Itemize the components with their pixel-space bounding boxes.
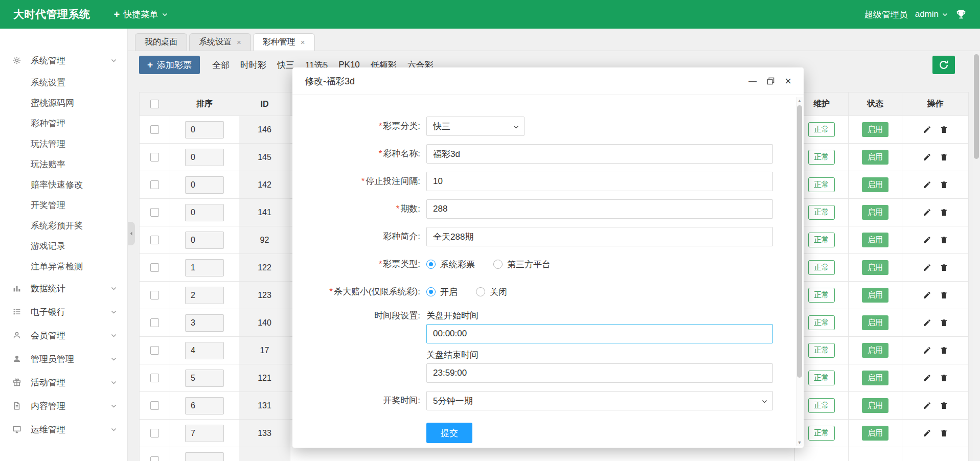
maintain-badge[interactable]: 正常	[808, 288, 835, 303]
edit-icon[interactable]	[923, 180, 931, 189]
status-badge[interactable]: 启用	[862, 150, 888, 165]
sort-input[interactable]	[185, 314, 224, 332]
edit-icon[interactable]	[923, 263, 931, 272]
edit-icon[interactable]	[923, 429, 931, 437]
status-badge[interactable]: 启用	[862, 260, 888, 275]
modal-scrollbar[interactable]: ▲ ▼	[796, 97, 803, 446]
row-checkbox[interactable]	[150, 153, 159, 162]
delete-icon[interactable]	[940, 263, 948, 272]
sidebar-subitem[interactable]: 系统彩预开奖	[0, 215, 127, 236]
edit-icon[interactable]	[923, 318, 931, 327]
sort-input[interactable]	[185, 232, 224, 249]
maintain-badge[interactable]: 正常	[808, 343, 835, 358]
edit-icon[interactable]	[923, 401, 931, 410]
row-checkbox[interactable]	[150, 346, 159, 355]
row-checkbox[interactable]	[150, 291, 159, 299]
status-badge[interactable]: 启用	[862, 371, 888, 385]
sidebar-item-admins[interactable]: 管理员管理	[0, 347, 127, 371]
tab-2[interactable]: 系统设置×	[189, 33, 251, 51]
add-lottery-button[interactable]: + 添加彩票	[139, 56, 200, 74]
edit-icon[interactable]	[923, 374, 931, 382]
delete-icon[interactable]	[940, 125, 948, 134]
status-badge[interactable]: 启用	[862, 233, 888, 247]
row-checkbox[interactable]	[150, 456, 159, 461]
sort-input[interactable]	[185, 425, 224, 442]
status-badge[interactable]: 启用	[862, 315, 888, 330]
sidebar-item-content[interactable]: 内容管理	[0, 394, 127, 418]
close-icon[interactable]: ×	[785, 76, 791, 87]
status-badge[interactable]: 启用	[862, 288, 888, 303]
sidebar-collapse-handle[interactable]	[128, 222, 135, 245]
row-checkbox[interactable]	[150, 318, 159, 327]
scroll-down-arrow[interactable]: ▼	[796, 439, 803, 446]
status-badge[interactable]: 启用	[862, 398, 888, 413]
maintain-badge[interactable]: 正常	[808, 315, 835, 330]
category-select[interactable]: 快三	[426, 117, 525, 136]
delete-icon[interactable]	[940, 346, 948, 355]
maintain-badge[interactable]: 正常	[808, 398, 835, 413]
stop-interval-input[interactable]	[426, 172, 773, 191]
row-checkbox[interactable]	[150, 429, 159, 437]
maintain-badge[interactable]: 正常	[808, 233, 835, 247]
page-scrollbar-thumb[interactable]	[974, 54, 979, 159]
page-scrollbar[interactable]	[973, 51, 980, 461]
edit-icon[interactable]	[923, 346, 931, 355]
status-badge[interactable]: 启用	[862, 122, 888, 137]
sort-input[interactable]	[185, 397, 224, 414]
sort-input[interactable]	[185, 121, 224, 139]
sidebar-subitem[interactable]: 游戏记录	[0, 236, 127, 256]
maintain-badge[interactable]: 正常	[808, 205, 835, 220]
delete-icon[interactable]	[940, 401, 948, 410]
sort-input[interactable]	[185, 204, 224, 221]
intro-input[interactable]	[426, 227, 773, 246]
tab-close-icon[interactable]: ×	[237, 38, 241, 47]
maintain-badge[interactable]: 正常	[808, 426, 835, 441]
sidebar-subitem[interactable]: 赔率快速修改	[0, 174, 127, 195]
sidebar-subitem[interactable]: 系统设置	[0, 72, 127, 93]
tab-3[interactable]: 彩种管理×	[253, 33, 315, 51]
delete-icon[interactable]	[940, 208, 948, 217]
maintain-badge[interactable]: 正常	[808, 371, 835, 385]
modal-scrollbar-thumb[interactable]	[797, 105, 802, 378]
status-badge[interactable]: 启用	[862, 343, 888, 358]
maintain-badge[interactable]: 正常	[808, 150, 835, 165]
sidebar-subitem[interactable]: 注单异常检测	[0, 256, 127, 276]
row-checkbox[interactable]	[150, 125, 159, 134]
sidebar-item-e-bank[interactable]: 电子银行	[0, 300, 127, 324]
sidebar-item-system[interactable]: 系统管理	[0, 49, 127, 72]
status-badge[interactable]: 启用	[862, 426, 888, 441]
draw-time-select[interactable]: 5分钟一期	[426, 391, 773, 410]
close-end-input[interactable]	[426, 363, 773, 383]
quick-menu-button[interactable]: + 快捷菜单	[114, 9, 169, 20]
sort-input[interactable]	[185, 287, 224, 304]
close-start-input[interactable]	[426, 324, 773, 343]
sidebar-subitem[interactable]: 蜜桃源码网	[0, 93, 127, 113]
filter-link[interactable]: 快三	[277, 59, 294, 71]
sidebar-subitem[interactable]: 玩法管理	[0, 133, 127, 154]
filter-link[interactable]: 时时彩	[240, 59, 266, 71]
row-checkbox[interactable]	[150, 208, 159, 217]
sidebar-subitem[interactable]: 玩法赔率	[0, 154, 127, 174]
row-checkbox[interactable]	[150, 401, 159, 410]
row-checkbox[interactable]	[150, 180, 159, 189]
edit-icon[interactable]	[923, 125, 931, 134]
delete-icon[interactable]	[940, 236, 948, 244]
maintain-badge[interactable]: 正常	[808, 122, 835, 137]
edit-icon[interactable]	[923, 291, 931, 299]
sort-input[interactable]	[185, 176, 224, 194]
delete-icon[interactable]	[940, 318, 948, 327]
sidebar-subitem[interactable]: 彩种管理	[0, 113, 127, 133]
row-checkbox[interactable]	[150, 263, 159, 272]
status-badge[interactable]: 启用	[862, 177, 888, 192]
select-all-checkbox[interactable]	[150, 100, 159, 108]
radio-kill-off[interactable]: 关闭	[476, 286, 507, 298]
user-menu[interactable]: admin	[915, 9, 948, 19]
sort-input[interactable]	[185, 452, 224, 461]
row-checkbox[interactable]	[150, 236, 159, 244]
scroll-up-arrow[interactable]: ▲	[796, 97, 803, 104]
sort-input[interactable]	[185, 149, 224, 166]
sidebar-item-activities[interactable]: 活动管理	[0, 371, 127, 394]
radio-third-party[interactable]: 第三方平台	[493, 259, 551, 270]
delete-icon[interactable]	[940, 429, 948, 437]
sidebar-item-ops[interactable]: 运维管理	[0, 418, 127, 441]
